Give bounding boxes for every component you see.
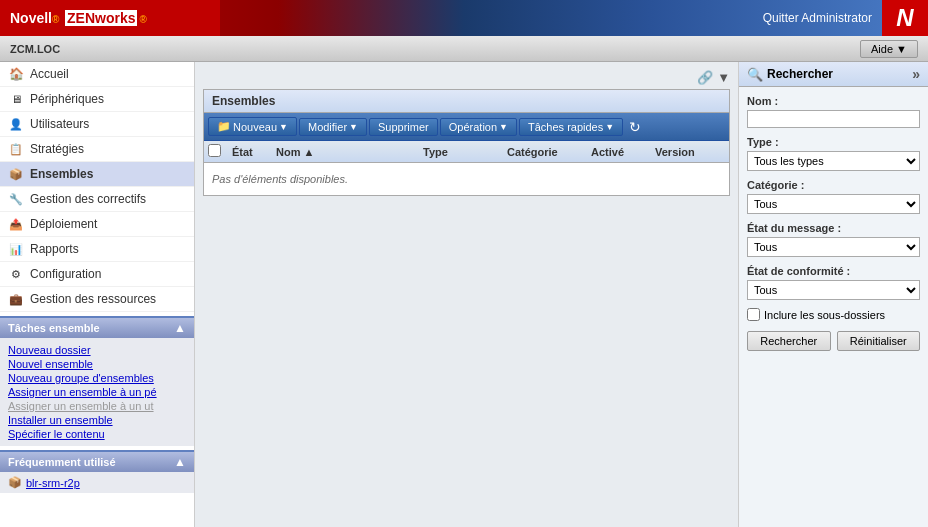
search-expand-icon[interactable]: »	[912, 66, 920, 82]
sidebar-item-accueil[interactable]: 🏠 Accueil	[0, 62, 194, 87]
sidebar-item-utilisateurs[interactable]: 👤 Utilisateurs	[0, 112, 194, 137]
toolbar: 📁 Nouveau ▼ Modifier ▼ Supprimer Opérati…	[204, 113, 729, 141]
col-type-header[interactable]: Type	[423, 146, 503, 158]
header-right: Quitter Administrator N	[753, 0, 928, 36]
sidebar-item-peripheriques[interactable]: 🖥 Périphériques	[0, 87, 194, 112]
refresh-icon[interactable]: ↻	[629, 119, 641, 135]
categorie-label: Catégorie :	[747, 179, 920, 191]
sous-dossiers-row: Inclure les sous-dossiers	[747, 308, 920, 321]
frequent-item-link[interactable]: blr-srm-r2p	[26, 477, 80, 489]
peripheriques-icon: 🖥	[8, 91, 24, 107]
sous-dossiers-checkbox[interactable]	[747, 308, 760, 321]
empty-message: Pas d'éléments disponibles.	[204, 163, 729, 195]
nouveau-dropdown-icon: ▼	[279, 122, 288, 132]
sidebar: 🏠 Accueil 🖥 Périphériques 👤 Utilisateurs…	[0, 62, 195, 527]
task-link-assigner-pe[interactable]: Assigner un ensemble à un pé	[8, 386, 186, 398]
frequent-item-icon: 📦	[8, 476, 22, 489]
search-header-label: Rechercher	[767, 67, 833, 81]
tasks-panel: Tâches ensemble ▲ Nouveau dossier Nouvel…	[0, 316, 194, 446]
etat-conf-select[interactable]: Tous Conforme Non conforme	[747, 280, 920, 300]
rapports-icon: 📊	[8, 241, 24, 257]
rechercher-button[interactable]: Rechercher	[747, 331, 831, 351]
task-link-nouvel-ensemble[interactable]: Nouvel ensemble	[8, 358, 186, 370]
ressources-icon: 💼	[8, 291, 24, 307]
header: Novell® ZENworks® Quitter Administrator …	[0, 0, 928, 36]
col-version-header[interactable]: Version	[655, 146, 725, 158]
nom-input[interactable]	[747, 110, 920, 128]
sidebar-item-ressources[interactable]: 💼 Gestion des ressources	[0, 287, 194, 312]
tasks-header[interactable]: Tâches ensemble ▲	[0, 318, 194, 338]
select-all-checkbox[interactable]	[208, 144, 221, 157]
configuration-icon: ⚙	[8, 266, 24, 282]
sidebar-item-label: Périphériques	[30, 92, 104, 106]
sidebar-item-label: Rapports	[30, 242, 79, 256]
frequent-header-label: Fréquemment utilisé	[8, 456, 116, 468]
col-name-header[interactable]: Nom ▲	[276, 146, 419, 158]
quit-button[interactable]: Quitter Administrator	[753, 11, 882, 25]
sidebar-item-label: Gestion des ressources	[30, 292, 156, 306]
task-link-nouveau-dossier[interactable]: Nouveau dossier	[8, 344, 186, 356]
frequent-links: 📦 blr-srm-r2p	[0, 472, 194, 493]
sous-dossiers-label: Inclure les sous-dossiers	[764, 309, 885, 321]
folder-icon: 📁	[217, 120, 231, 133]
sidebar-item-deploiement[interactable]: 📤 Déploiement	[0, 212, 194, 237]
deploiement-icon: 📤	[8, 216, 24, 232]
supprimer-button[interactable]: Supprimer	[369, 118, 438, 136]
nouveau-button[interactable]: 📁 Nouveau ▼	[208, 117, 297, 136]
sidebar-item-configuration[interactable]: ⚙ Configuration	[0, 262, 194, 287]
search-body: Nom : Type : Tous les types Application …	[739, 87, 928, 359]
tasks-collapse-icon: ▲	[174, 321, 186, 335]
col-check[interactable]	[208, 144, 228, 159]
chain-icon[interactable]: 🔗	[697, 70, 713, 85]
strategies-icon: 📋	[8, 141, 24, 157]
task-link-nouveau-groupe[interactable]: Nouveau groupe d'ensembles	[8, 372, 186, 384]
sidebar-item-label: Stratégies	[30, 142, 84, 156]
accueil-icon: 🏠	[8, 66, 24, 82]
main-layout: 🏠 Accueil 🖥 Périphériques 👤 Utilisateurs…	[0, 62, 928, 527]
modifier-dropdown-icon: ▼	[349, 122, 358, 132]
dropdown-icon[interactable]: ▼	[717, 70, 730, 85]
utilisateurs-icon: 👤	[8, 116, 24, 132]
col-active-header[interactable]: Activé	[591, 146, 651, 158]
novell-n-logo: N	[882, 0, 928, 36]
tasks-links: Nouveau dossier Nouvel ensemble Nouveau …	[0, 338, 194, 446]
etat-msg-select[interactable]: Tous Actif Inactif	[747, 237, 920, 257]
frequent-header[interactable]: Fréquemment utilisé ▲	[0, 452, 194, 472]
reinitialiser-button[interactable]: Réinitialiser	[837, 331, 921, 351]
link-icons-bar: 🔗 ▼	[203, 70, 730, 85]
subheader: ZCM.LOC Aide ▼	[0, 36, 928, 62]
sidebar-item-label: Configuration	[30, 267, 101, 281]
type-select[interactable]: Tous les types Application Directive	[747, 151, 920, 171]
modifier-button[interactable]: Modifier ▼	[299, 118, 367, 136]
sidebar-item-label: Ensembles	[30, 167, 93, 181]
logo: Novell® ZENworks®	[0, 0, 220, 36]
etat-msg-label: État du message :	[747, 222, 920, 234]
logo-text: Novell® ZENworks®	[10, 10, 147, 26]
etat-conf-label: État de conformité :	[747, 265, 920, 277]
categorie-select[interactable]: Tous Système Utilisateur	[747, 194, 920, 214]
sidebar-item-rapports[interactable]: 📊 Rapports	[0, 237, 194, 262]
sidebar-item-ensembles[interactable]: 📦 Ensembles	[0, 162, 194, 187]
sidebar-item-correctifs[interactable]: 🔧 Gestion des correctifs	[0, 187, 194, 212]
search-buttons: Rechercher Réinitialiser	[747, 331, 920, 351]
frequent-panel: Fréquemment utilisé ▲ 📦 blr-srm-r2p	[0, 450, 194, 493]
ensembles-icon: 📦	[8, 166, 24, 182]
frequent-item[interactable]: 📦 blr-srm-r2p	[8, 476, 186, 489]
correctifs-icon: 🔧	[8, 191, 24, 207]
nom-label: Nom :	[747, 95, 920, 107]
aide-button[interactable]: Aide ▼	[860, 40, 918, 58]
sidebar-item-label: Accueil	[30, 67, 69, 81]
col-cat-header[interactable]: Catégorie	[507, 146, 587, 158]
operation-button[interactable]: Opération ▼	[440, 118, 517, 136]
task-link-assigner-ut[interactable]: Assigner un ensemble à un ut	[8, 400, 186, 412]
taches-rapides-button[interactable]: Tâches rapides ▼	[519, 118, 623, 136]
sidebar-item-label: Gestion des correctifs	[30, 192, 146, 206]
sidebar-item-strategies[interactable]: 📋 Stratégies	[0, 137, 194, 162]
task-link-installer[interactable]: Installer un ensemble	[8, 414, 186, 426]
taches-dropdown-icon: ▼	[605, 122, 614, 132]
breadcrumb: ZCM.LOC	[10, 43, 60, 55]
frequent-collapse-icon: ▲	[174, 455, 186, 469]
search-header: 🔍 Rechercher »	[739, 62, 928, 87]
search-icon: 🔍	[747, 67, 763, 82]
task-link-specifier[interactable]: Spécifier le contenu	[8, 428, 186, 440]
